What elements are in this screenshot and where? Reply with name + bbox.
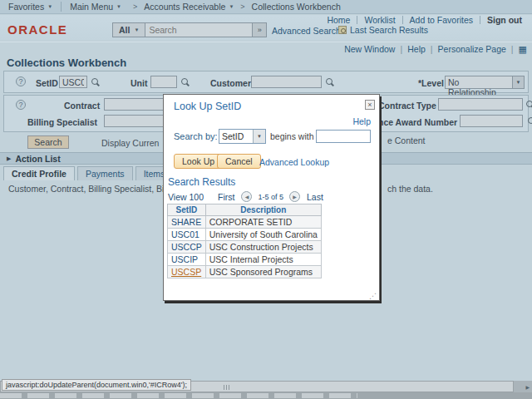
tab-credit-profile[interactable]: Credit Profile: [3, 166, 75, 180]
chevron-down-icon: ▼: [512, 76, 524, 88]
display-option-label: Display Curren: [101, 138, 159, 148]
contract-label: Contract: [64, 101, 100, 111]
new-window-link[interactable]: New Window: [344, 44, 395, 54]
award-number-label: nce Award Number: [378, 117, 457, 127]
search-scope-dropdown[interactable]: All ▼: [112, 22, 145, 37]
close-icon[interactable]: ×: [365, 100, 375, 110]
search-button[interactable]: Search: [27, 135, 69, 149]
setid-result-link[interactable]: USCIP: [171, 254, 198, 264]
setid-column-header: SetID: [168, 204, 206, 216]
contract-type-label: Contract Type: [378, 101, 436, 111]
description-cell: USC Sponsored Programs: [205, 266, 321, 278]
breadcrumb-favorites[interactable]: Favorites ▼: [0, 0, 61, 13]
level-select-value: No Relationship: [446, 76, 512, 88]
contract-type-lookup-icon[interactable]: [526, 101, 532, 107]
customer-input[interactable]: [251, 76, 322, 88]
chevron-down-icon: ▼: [134, 27, 139, 32]
last-search-results-link[interactable]: Last Search Results: [350, 25, 428, 35]
lookup-button[interactable]: Look Up: [174, 154, 223, 169]
search-go-button[interactable]: »: [253, 22, 267, 37]
begins-with-label: begins with: [270, 131, 314, 141]
award-number-input[interactable]: [460, 115, 523, 127]
cancel-button[interactable]: Cancel: [217, 154, 261, 169]
grid-icon[interactable]: ▦: [519, 45, 527, 53]
personalize-page-link[interactable]: Personalize Page: [438, 44, 506, 54]
resize-grip-icon[interactable]: ⋰: [369, 293, 377, 299]
search-by-select[interactable]: SetID ▼: [219, 129, 266, 144]
description-cell: USC Construction Projects: [205, 241, 321, 254]
toolbar-divider: |: [511, 44, 514, 54]
first-link[interactable]: First: [218, 192, 234, 202]
level-label: *Level: [418, 78, 444, 88]
unit-label: Unit: [131, 78, 147, 88]
unit-lookup-icon[interactable]: [181, 78, 188, 85]
pagination-range: 1-5 of 5: [258, 193, 283, 201]
breadcrumb-main-menu[interactable]: Main Menu ▼: [62, 0, 130, 13]
help-icon[interactable]: ?: [16, 100, 26, 110]
search-by-label: Search by:: [174, 131, 218, 141]
breadcrumb-accounts-receivable-label: Accounts Receivable: [144, 2, 225, 12]
add-to-favorites-link[interactable]: Add to Favorites: [410, 15, 473, 25]
modal-help-link[interactable]: Help: [352, 116, 371, 126]
setid-input[interactable]: [59, 76, 87, 88]
breadcrumb-current-page-label: Collections Workbench: [252, 2, 341, 12]
chevron-down-icon: ▼: [253, 130, 265, 143]
worklist-link[interactable]: Worklist: [364, 15, 395, 25]
header-divider: [480, 16, 480, 24]
award-number-lookup-icon[interactable]: [528, 117, 532, 124]
setid-result-link-hovered[interactable]: USCSP: [171, 267, 201, 277]
breadcrumb-chevron-icon: >: [133, 2, 137, 11]
home-link[interactable]: Home: [327, 15, 350, 25]
content-link[interactable]: e Content: [387, 135, 426, 145]
customer-lookup-icon[interactable]: [326, 78, 332, 85]
table-row: SHARE CORPORATE SETID: [168, 216, 322, 229]
table-row: USCIP USC Internal Projects: [168, 254, 322, 266]
bottom-edge-strip: [0, 392, 532, 399]
next-page-icon[interactable]: ▶: [289, 191, 300, 202]
page-title: Collections Workbench: [7, 57, 126, 69]
oracle-logo: ORACLE: [7, 22, 67, 37]
modal-title: Look Up SetID: [174, 101, 241, 112]
previous-page-icon[interactable]: ◀: [241, 191, 252, 202]
setid-lookup-icon[interactable]: [91, 78, 98, 85]
unit-input[interactable]: [150, 76, 177, 88]
chevron-down-icon: ▼: [47, 4, 52, 9]
browser-status-text: javascript:doUpdateParent(document.win0,…: [2, 379, 191, 391]
description-cell: University of South Carolina: [205, 229, 321, 241]
sign-out-link[interactable]: Sign out: [487, 15, 522, 25]
table-row: USC01 University of South Carolina: [168, 229, 322, 241]
description-column-header: Description: [205, 204, 321, 216]
setid-result-link[interactable]: USCCP: [171, 242, 202, 252]
level-select[interactable]: No Relationship ▼: [445, 76, 525, 89]
setid-result-link[interactable]: SHARE: [171, 217, 201, 227]
help-icon[interactable]: ?: [16, 76, 26, 86]
last-search-results-icon: [338, 26, 347, 34]
breadcrumb-favorites-label: Favorites: [8, 2, 44, 12]
breadcrumb-main-menu-label: Main Menu: [70, 2, 113, 12]
global-search-input[interactable]: [145, 22, 253, 37]
chevron-down-icon: ▼: [229, 4, 234, 9]
contract-type-input[interactable]: [438, 98, 523, 111]
description-cell: CORPORATE SETID: [205, 216, 321, 229]
breadcrumb-collections-workbench[interactable]: Collections Workbench: [249, 0, 344, 13]
search-hint-text-right: ch the data.: [387, 184, 433, 194]
tab-payments[interactable]: Payments: [77, 166, 133, 180]
scrollbar-grip-icon: [224, 385, 231, 390]
toolbar-divider: |: [400, 44, 402, 54]
setid-result-link[interactable]: USC01: [171, 229, 200, 239]
filter-panel-1: ? SetID Unit Customer *Level No Relation…: [3, 71, 529, 93]
scroll-right-icon[interactable]: ▶: [525, 384, 530, 390]
action-list-label: Action List: [15, 154, 60, 164]
app-header: ORACLE Home Worklist Add to Favorites Si…: [0, 15, 532, 40]
view-100-link[interactable]: View 100: [168, 192, 204, 202]
customer-label: Customer: [210, 78, 251, 88]
lookup-setid-modal: Look Up SetID × Help Search by: SetID ▼ …: [163, 94, 380, 301]
begins-with-input[interactable]: [316, 130, 371, 143]
advanced-lookup-link[interactable]: Advanced Lookup: [259, 157, 329, 167]
double-arrow-icon: »: [258, 26, 262, 34]
header-divider: [402, 16, 403, 24]
last-link[interactable]: Last: [307, 192, 323, 202]
advanced-search-link[interactable]: Advanced Search: [272, 26, 341, 36]
breadcrumb-accounts-receivable[interactable]: Accounts Receivable ▼: [140, 0, 237, 13]
help-link[interactable]: Help: [407, 44, 426, 54]
